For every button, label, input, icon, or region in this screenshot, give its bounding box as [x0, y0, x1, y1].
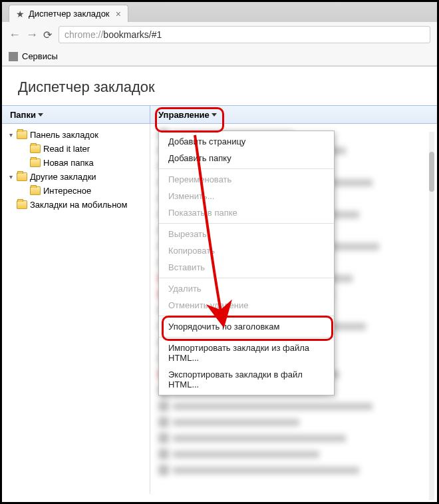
menu-separator [159, 337, 334, 338]
menu-item: Копировать [159, 242, 334, 259]
back-button[interactable]: ← [9, 28, 21, 42]
tree-item-label: Закладки на мобильном [30, 200, 127, 210]
tree-item[interactable]: Закладки на мобильном [5, 198, 147, 212]
menu-item: Удалить [159, 280, 334, 297]
tree-item[interactable]: ▾Другие закладки [5, 170, 147, 184]
caret-down-icon [38, 113, 43, 117]
tree-item-label: Другие закладки [30, 172, 96, 182]
tree-item-label: Интересное [43, 186, 91, 196]
folder-icon [17, 130, 27, 139]
url-scheme: chrome:// [65, 29, 103, 40]
tree-item-label: Панель закладок [30, 130, 98, 140]
menu-item: Вырезать [159, 226, 334, 242]
tab-title: Диспетчер закладок [29, 9, 110, 19]
folders-label: Папки [10, 110, 36, 120]
menu-item[interactable]: Импортировать закладки из файла HTML... [159, 340, 334, 366]
menu-item: Переименовать [159, 171, 334, 188]
scrollbar-thumb[interactable] [429, 152, 434, 192]
folder-tree: ▾Панель закладокRead it laterНовая папка… [2, 124, 150, 494]
menu-separator [159, 278, 334, 278]
folder-icon [30, 186, 41, 195]
menu-item[interactable]: Упорядочить по заголовкам [159, 318, 334, 335]
folder-icon [17, 172, 27, 181]
menu-item: Отменить удаление [159, 297, 334, 314]
manager-toolbar: Папки Управление [2, 105, 437, 124]
tree-item[interactable]: ▾Панель закладок [5, 128, 147, 142]
close-tab-icon[interactable]: × [116, 9, 121, 19]
refresh-button[interactable]: ⟳ [43, 29, 52, 41]
menu-separator [159, 223, 334, 224]
url-path: bookmarks/#1 [103, 29, 162, 40]
manage-dropdown[interactable]: Управление [158, 110, 217, 120]
menu-item[interactable]: Добавить страницу [159, 133, 334, 150]
tab-bar: ★ Диспетчер закладок × [2, 2, 437, 22]
folder-icon [30, 158, 41, 167]
tree-item[interactable]: Интересное [5, 184, 147, 198]
menu-item[interactable]: Экспортировать закладки в файл HTML... [159, 366, 334, 393]
apps-icon[interactable] [9, 52, 18, 61]
services-link[interactable]: Сервисы [22, 51, 58, 61]
tree-item[interactable]: Read it later [5, 142, 147, 156]
browser-chrome: ★ Диспетчер закладок × ← → ⟳ chrome://bo… [2, 2, 437, 67]
nav-buttons: ← → ⟳ [9, 28, 52, 42]
manage-menu: Добавить страницуДобавить папкуПереимено… [158, 130, 335, 395]
menu-item: Изменить... [159, 188, 334, 204]
vertical-scrollbar[interactable] [429, 132, 434, 500]
tree-toggle-icon[interactable]: ▾ [7, 131, 14, 138]
page-title: Диспетчер закладок [2, 67, 437, 105]
tree-item-label: Новая папка [43, 158, 94, 168]
folder-icon [30, 144, 41, 153]
forward-button[interactable]: → [26, 28, 38, 42]
menu-item: Вставить [159, 259, 334, 276]
folders-dropdown[interactable]: Папки [10, 110, 43, 120]
menu-separator [159, 316, 334, 316]
folder-icon [17, 200, 27, 209]
manage-label: Управление [158, 110, 210, 120]
folders-header-cell: Папки [2, 106, 150, 123]
tree-item-label: Read it later [43, 144, 90, 154]
caret-down-icon [212, 113, 217, 117]
bookmarks-toolbar: Сервисы [2, 47, 437, 66]
url-bar[interactable]: chrome://bookmarks/#1 [59, 26, 430, 43]
nav-bar: ← → ⟳ chrome://bookmarks/#1 [2, 22, 437, 47]
manage-header-cell: Управление [150, 106, 437, 123]
menu-separator [159, 168, 334, 169]
star-icon: ★ [16, 9, 25, 19]
menu-item[interactable]: Добавить папку [159, 150, 334, 166]
tree-toggle-icon[interactable]: ▾ [7, 173, 14, 180]
tree-item[interactable]: Новая папка [5, 156, 147, 170]
menu-item: Показать в папке [159, 204, 334, 221]
browser-tab[interactable]: ★ Диспетчер закладок × [9, 5, 128, 22]
